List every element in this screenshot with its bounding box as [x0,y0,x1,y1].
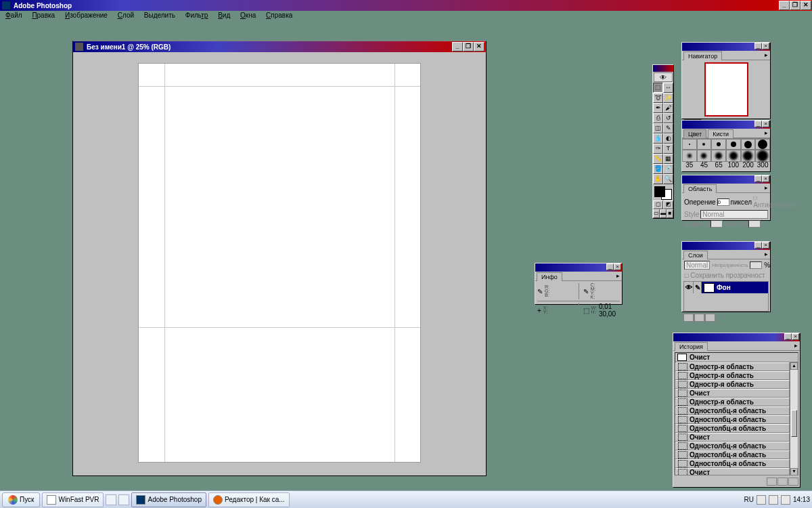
tool-lasso[interactable]: ➰ [653,93,663,103]
info-rollup[interactable]: _ [606,263,614,270]
tray-icon[interactable] [757,495,766,505]
history-item[interactable]: Одностолбц-я область [675,442,790,450]
brush-preset[interactable] [711,150,726,162]
tool-type[interactable]: T [663,144,673,154]
delete-state-button[interactable] [788,478,798,486]
menu-select[interactable]: Выделить [140,11,179,20]
tab-history[interactable]: История [675,342,708,351]
screenmode-2[interactable]: ▬ [660,209,667,218]
brush-preset[interactable] [726,150,741,162]
history-item[interactable]: Одностр-я область [675,380,790,389]
history-item[interactable]: Очист [675,389,790,398]
nav-close[interactable]: × [762,43,769,49]
tool-history[interactable]: ↺ [663,113,673,123]
language-indicator[interactable]: RU [744,496,754,503]
scroll-up-icon[interactable]: ▲ [790,362,798,370]
tool-zoom[interactable]: 🔍 [663,174,673,184]
close-button[interactable]: ✕ [800,1,811,10]
new-snapshot-button[interactable] [767,478,777,486]
delete-layer-button[interactable] [705,314,715,322]
brush-preset[interactable] [741,139,756,150]
menu-window[interactable]: Окна [236,11,260,20]
navigator-tab[interactable]: Навигатор [683,51,722,60]
brush-preset[interactable] [726,139,741,150]
navigator-preview[interactable] [704,62,748,117]
tool-stamp[interactable]: ⎙ [653,113,663,123]
brush-menu-arrow[interactable]: ▸ [763,129,770,137]
document-titlebar[interactable]: Без имени1 @ 25% (RGB) _ ❐ ✕ [73,41,486,52]
nav-rollup[interactable]: _ [754,43,762,49]
tool-pencil[interactable]: ✎ [663,123,673,133]
layer-mask-button[interactable] [683,314,694,322]
tab-brushes[interactable]: Кисти [708,129,734,138]
canvas[interactable] [138,63,421,463]
lyr-menu-arrow[interactable]: ▸ [763,250,770,258]
screenmode-1[interactable]: ▭ [653,209,660,218]
tool-brush[interactable]: 🖌 [663,103,673,113]
start-button[interactable]: Пуск [2,492,40,507]
opt-close[interactable]: × [762,175,769,182]
opt-rollup[interactable]: _ [754,175,762,182]
feather-input[interactable] [717,198,729,206]
layer-thumbnail[interactable] [704,283,715,293]
tool-eraser[interactable]: ◫ [653,123,663,133]
history-item[interactable]: Одностр-я область [675,362,790,371]
nav-menu-arrow[interactable]: ▸ [763,51,770,59]
brush-preset[interactable] [755,139,770,150]
guide-vertical[interactable] [394,64,395,462]
doc-minimize-button[interactable]: _ [452,42,463,51]
tool-marquee[interactable]: ⬚ [653,83,663,93]
brush-preset[interactable] [682,139,697,150]
quicklaunch-icon[interactable] [106,494,116,505]
quicklaunch-icon[interactable] [118,494,129,505]
info-tab[interactable]: Инфо [537,272,562,281]
history-snapshot[interactable]: Очист [675,353,798,362]
toolbox-titlebar[interactable] [653,65,673,72]
new-doc-button[interactable] [777,478,788,486]
history-scrollbar[interactable]: ▲ ▼ [790,362,798,475]
history-item[interactable]: Одностр-я область [675,398,790,406]
info-menu-arrow[interactable]: ▸ [614,272,622,280]
scroll-thumb[interactable] [791,410,797,437]
history-item[interactable]: Одностолбц-я область [675,450,790,459]
tool-gradient[interactable]: ▦ [663,154,673,164]
scroll-down-icon[interactable]: ▼ [790,468,798,475]
tool-move[interactable]: ↔ [663,83,673,93]
info-titlebar[interactable]: _× [535,263,622,272]
layers-titlebar[interactable]: _× [682,242,770,250]
taskbar-item[interactable]: Adobe Photoshop [131,492,206,507]
menu-edit[interactable]: Правка [28,11,59,20]
brush-preset[interactable] [711,139,726,150]
history-item[interactable]: Одностолбц-я область [675,406,790,415]
tool-dodge[interactable]: ◐ [663,133,673,144]
navigator-titlebar[interactable]: _× [682,43,770,51]
brush-preset[interactable] [741,150,756,162]
color-picker[interactable] [653,186,673,200]
link-icon[interactable]: ✎ [694,282,702,293]
tool-bucket[interactable]: 🪣 [653,164,663,174]
tool-wand[interactable]: ✨ [663,93,673,103]
quickmask-on[interactable]: ◩ [663,200,673,209]
new-layer-button[interactable] [694,314,704,322]
screenmode-3[interactable]: ■ [667,209,673,218]
brushes-titlebar[interactable]: _× [682,121,770,129]
tool-blur[interactable]: 💧 [653,133,663,144]
menu-image[interactable]: Изображение [61,11,112,20]
taskbar-item[interactable]: WinFast PVR [42,492,104,507]
lyr-close[interactable]: × [762,242,769,249]
history-item[interactable]: Очист [675,433,790,442]
visibility-icon[interactable]: 👁 [684,282,694,293]
quickmask-off[interactable]: ▢ [653,200,663,209]
menu-file[interactable]: Файл [1,11,26,20]
lyr-rollup[interactable]: _ [754,242,762,249]
foreground-color[interactable] [654,186,665,197]
tool-measure[interactable]: 📏 [653,154,663,164]
history-item[interactable]: Одностр-я область [675,371,790,380]
doc-close-button[interactable]: ✕ [474,42,484,51]
tool-eyedropper[interactable]: 💉 [663,164,673,174]
hist-rollup[interactable]: _ [784,333,792,340]
tray-icon[interactable] [769,495,778,505]
maximize-button[interactable]: ❐ [790,1,800,10]
history-item[interactable]: Одностолбц-я область [675,459,790,468]
layer-row[interactable]: 👁 ✎ Фон [684,282,768,293]
